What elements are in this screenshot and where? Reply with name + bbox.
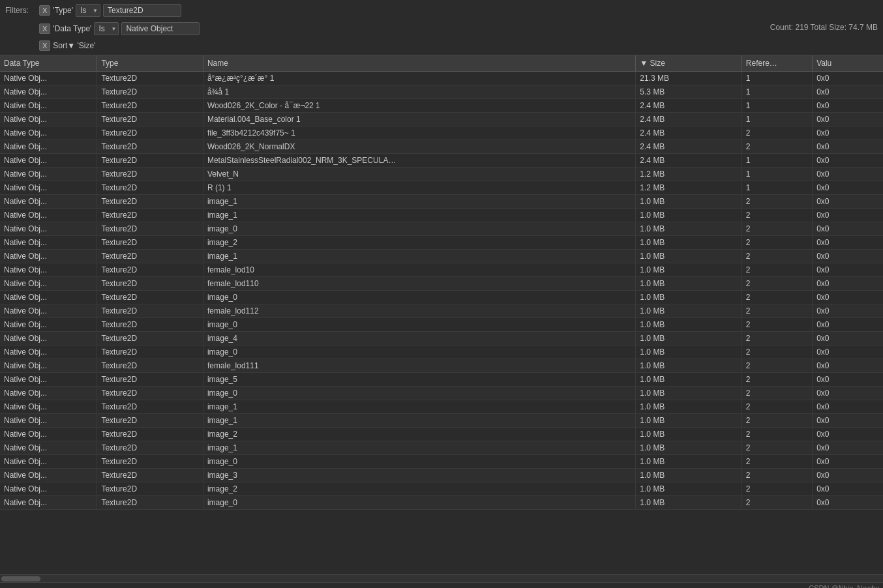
- table-row[interactable]: Native Obj...Texture2Dimage_11.0 MB20x0: [0, 195, 883, 209]
- cell-size: 1.0 MB: [636, 414, 741, 428]
- cell-name: å°æ¿æ³ç°¿æ´æ° 1: [203, 72, 635, 85]
- table-row[interactable]: Native Obj...Texture2Dimage_01.0 MB20x0: [0, 318, 883, 332]
- cell-val: 0x0: [813, 469, 883, 482]
- cell-datatype: Native Obj...: [0, 291, 97, 304]
- cell-datatype: Native Obj...: [0, 181, 97, 195]
- cell-name: image_2: [203, 236, 635, 250]
- table-row[interactable]: Native Obj...Texture2Dimage_01.0 MB20x0: [0, 455, 883, 469]
- filter2-tag: 'Data Type': [53, 24, 91, 33]
- cell-type: Texture2D: [97, 250, 203, 263]
- cell-val: 0x0: [813, 345, 883, 359]
- cell-name: Wood026_2K_Color - å¯æ¬22 1: [203, 99, 635, 113]
- cell-size: 1.0 MB: [636, 359, 741, 373]
- cell-name: image_1: [203, 414, 635, 428]
- cell-name: image_1: [203, 441, 635, 455]
- cell-datatype: Native Obj...: [0, 277, 97, 291]
- cell-size: 1.0 MB: [636, 387, 741, 400]
- table-row[interactable]: Native Obj...Texture2Dimage_41.0 MB20x0: [0, 332, 883, 345]
- cell-ref: 2: [741, 455, 812, 469]
- table-row[interactable]: Native Obj...Texture2Dimage_01.0 MB20x0: [0, 496, 883, 510]
- table-row[interactable]: Native Obj...Texture2Dimage_21.0 MB20x0: [0, 482, 883, 496]
- table-row[interactable]: Native Obj...Texture2DR (1) 11.2 MB10x0: [0, 181, 883, 195]
- table-row[interactable]: Native Obj...Texture2Dimage_01.0 MB20x0: [0, 222, 883, 236]
- filter2-operator-dropdown[interactable]: Is: [94, 22, 119, 35]
- cell-datatype: Native Obj...: [0, 387, 97, 400]
- col-header-type[interactable]: Type: [97, 55, 203, 72]
- cell-ref: 1: [741, 154, 812, 168]
- cell-size: 1.0 MB: [636, 263, 741, 277]
- cell-ref: 2: [741, 126, 812, 140]
- scrollbar-thumb[interactable]: [1, 576, 40, 581]
- table-row[interactable]: Native Obj...Texture2Dimage_11.0 MB20x0: [0, 414, 883, 428]
- cell-datatype: Native Obj...: [0, 236, 97, 250]
- table-row[interactable]: Native Obj...Texture2Dimage_01.0 MB20x0: [0, 387, 883, 400]
- cell-size: 1.0 MB: [636, 236, 741, 250]
- table-row[interactable]: Native Obj...Texture2Dimage_51.0 MB20x0: [0, 373, 883, 387]
- filter2-x-button[interactable]: X: [39, 23, 50, 34]
- horizontal-scrollbar[interactable]: [0, 574, 883, 582]
- cell-datatype: Native Obj...: [0, 400, 97, 414]
- table-row[interactable]: Native Obj...Texture2Dimage_11.0 MB20x0: [0, 209, 883, 222]
- table-container[interactable]: Data Type Type Name ▼ Size Refere… Valu …: [0, 55, 883, 574]
- table-row[interactable]: Native Obj...Texture2Dimage_21.0 MB20x0: [0, 236, 883, 250]
- cell-val: 0x0: [813, 236, 883, 250]
- table-row[interactable]: Native Obj...Texture2Dfile_3ff3b4212c439…: [0, 126, 883, 140]
- col-header-datatype[interactable]: Data Type: [0, 55, 97, 72]
- cell-type: Texture2D: [97, 332, 203, 345]
- col-header-ref[interactable]: Refere…: [741, 55, 812, 72]
- cell-name: female_lod112: [203, 304, 635, 318]
- table-row[interactable]: Native Obj...Texture2Dimage_31.0 MB20x0: [0, 469, 883, 482]
- cell-name: Velvet_N: [203, 168, 635, 181]
- cell-ref: 2: [741, 482, 812, 496]
- filter1-operator-dropdown[interactable]: Is: [76, 4, 100, 17]
- table-row[interactable]: Native Obj...Texture2Då°æ¿æ³ç°¿æ´æ° 121.…: [0, 72, 883, 85]
- table-row[interactable]: Native Obj...Texture2DWood026_2K_NormalD…: [0, 140, 883, 154]
- cell-val: 0x0: [813, 304, 883, 318]
- table-row[interactable]: Native Obj...Texture2Dfemale_lod101.0 MB…: [0, 263, 883, 277]
- sort-label: Sort▼ 'Size': [53, 41, 95, 50]
- cell-name: image_0: [203, 222, 635, 236]
- table-row[interactable]: Native Obj...Texture2Dfemale_lod1121.0 M…: [0, 304, 883, 318]
- cell-type: Texture2D: [97, 455, 203, 469]
- cell-name: image_1: [203, 195, 635, 209]
- cell-ref: 2: [741, 318, 812, 332]
- cell-datatype: Native Obj...: [0, 332, 97, 345]
- col-header-size[interactable]: ▼ Size: [636, 55, 741, 72]
- cell-name: MetalStainlessSteelRadial002_NRM_3K_SPEC…: [203, 154, 635, 168]
- table-row[interactable]: Native Obj...Texture2DMaterial.004_Base_…: [0, 113, 883, 126]
- table-row[interactable]: Native Obj...Texture2Dimage_11.0 MB20x0: [0, 441, 883, 455]
- cell-size: 2.4 MB: [636, 154, 741, 168]
- cell-size: 2.4 MB: [636, 126, 741, 140]
- cell-ref: 2: [741, 496, 812, 510]
- table-row[interactable]: Native Obj...Texture2Dimage_11.0 MB20x0: [0, 400, 883, 414]
- table-row[interactable]: Native Obj...Texture2Då¾å 15.3 MB10x0: [0, 85, 883, 99]
- cell-size: 2.4 MB: [636, 113, 741, 126]
- table-row[interactable]: Native Obj...Texture2DWood026_2K_Color -…: [0, 99, 883, 113]
- cell-size: 1.0 MB: [636, 469, 741, 482]
- table-row[interactable]: Native Obj...Texture2Dimage_11.0 MB20x0: [0, 250, 883, 263]
- cell-name: female_lod10: [203, 263, 635, 277]
- cell-datatype: Native Obj...: [0, 113, 97, 126]
- cell-val: 0x0: [813, 359, 883, 373]
- cell-type: Texture2D: [97, 345, 203, 359]
- watermark: CSDN @Nbin_Newby: [809, 584, 879, 588]
- cell-type: Texture2D: [97, 195, 203, 209]
- cell-datatype: Native Obj...: [0, 99, 97, 113]
- cell-size: 1.0 MB: [636, 496, 741, 510]
- table-row[interactable]: Native Obj...Texture2Dimage_01.0 MB20x0: [0, 291, 883, 304]
- table-row[interactable]: Native Obj...Texture2Dimage_21.0 MB20x0: [0, 428, 883, 441]
- table-row[interactable]: Native Obj...Texture2Dfemale_lod1111.0 M…: [0, 359, 883, 373]
- col-header-val[interactable]: Valu: [813, 55, 883, 72]
- filter1-x-button[interactable]: X: [39, 5, 50, 16]
- table-row[interactable]: Native Obj...Texture2Dimage_01.0 MB20x0: [0, 345, 883, 359]
- count-info: Count: 219 Total Size: 74.7 MB: [770, 23, 878, 32]
- table-row[interactable]: Native Obj...Texture2Dfemale_lod1101.0 M…: [0, 277, 883, 291]
- col-header-name[interactable]: Name: [203, 55, 635, 72]
- table-row[interactable]: Native Obj...Texture2DMetalStainlessStee…: [0, 154, 883, 168]
- cell-type: Texture2D: [97, 222, 203, 236]
- cell-type: Texture2D: [97, 400, 203, 414]
- cell-name: image_3: [203, 469, 635, 482]
- table-row[interactable]: Native Obj...Texture2DVelvet_N1.2 MB10x0: [0, 168, 883, 181]
- cell-type: Texture2D: [97, 126, 203, 140]
- filter3-x-button[interactable]: X: [39, 40, 50, 51]
